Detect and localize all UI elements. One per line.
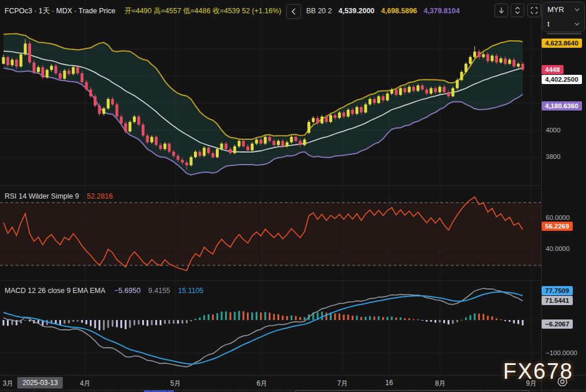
arrow-down-icon (499, 7, 504, 14)
macd-chart-canvas (0, 280, 541, 375)
symbol-title: FCPOc3 · 1天 · MDX · Trade Price (5, 7, 115, 15)
price-pane[interactable] (0, 0, 541, 186)
bb-lower-value: 4,379.8104 (424, 7, 460, 15)
move-pane-down-button[interactable] (494, 3, 508, 17)
price-chart-canvas (0, 0, 541, 185)
fullscreen-icon (531, 7, 538, 14)
price-axis-badge: 4,623.8640 (542, 39, 582, 48)
maximize-pane-button[interactable] (511, 3, 524, 17)
chart-app: FCPOc3 · 1天 · MDX · Trade Price 开=4490 高… (0, 0, 586, 392)
bb-legend: BB 20 2 4,539.2000 4,698.5896 4,379.8104 (306, 6, 460, 15)
chevron-down-icon (574, 22, 580, 26)
unit-value: t (547, 20, 550, 28)
rsi-value: 52.2816 (87, 192, 113, 200)
axis-tick-label: −100.0000 (546, 349, 577, 356)
time-axis-label: 6月 (257, 379, 268, 389)
time-axis-label: 16 (385, 379, 393, 387)
crosshair-date-badge: 2025-03-13 (17, 377, 63, 389)
macd-axis-badge: 71.5441 (542, 296, 573, 305)
bb-upper-value: 4,698.5896 (381, 7, 417, 15)
rsi-legend: RSI 14 Wilder Simple 9 52.2816 (5, 192, 113, 200)
ohlc-values: 开=4490 高=4557 低=4486 收=4539 52 (+1.16%) (124, 7, 281, 15)
rsi-title: RSI 14 Wilder Simple 9 (5, 192, 79, 200)
macd-axis-badge: 77.7509 (542, 286, 573, 295)
price-axis[interactable] (541, 0, 586, 390)
axis-tick-label: 4000 (546, 127, 561, 134)
bb-basis-value: 4,539.2000 (338, 7, 375, 15)
axis-tick-label: 40.0000 (546, 245, 570, 252)
macd-line-value: 9.4155 (149, 287, 170, 295)
expand-vertical-icon (515, 6, 520, 14)
fullscreen-button[interactable] (527, 3, 541, 17)
currency-panel: MYR t (542, 2, 585, 32)
macd-hist-value: −5.6950 (115, 287, 141, 295)
bottom-scrollbar[interactable] (0, 390, 586, 392)
currency-select[interactable]: MYR (543, 2, 584, 17)
fx678-logo-icon (557, 376, 568, 387)
time-axis-label: 7月 (337, 379, 348, 389)
bb-title: BB 20 2 (306, 7, 332, 15)
chevron-left-icon (291, 8, 296, 15)
time-axis[interactable]: 2025-03-13 3月4月5月6月7月168月9月 (0, 375, 586, 390)
price-axis-badge: 4,402.2500 (542, 75, 582, 84)
macd-signal-value: 15.1105 (178, 287, 203, 295)
panel-scrollbar[interactable] (547, 33, 581, 35)
currency-value: MYR (547, 5, 564, 14)
unit-select[interactable]: t (543, 17, 584, 31)
macd-legend: MACD 12 26 close 9 EMA EMA −5.6950 9.415… (5, 286, 204, 295)
time-axis-label: 3月 (3, 379, 14, 389)
macd-pane[interactable] (0, 280, 541, 376)
axis-tick-label: 3800 (546, 153, 561, 160)
time-axis-label: 4月 (80, 379, 91, 389)
time-axis-label: 5月 (170, 379, 181, 389)
main-legend: FCPOc3 · 1天 · MDX · Trade Price 开=4490 高… (5, 6, 281, 16)
macd-title: MACD 12 26 close 9 EMA EMA (5, 287, 105, 295)
rsi-axis-badge: 56.2269 (542, 222, 573, 231)
price-axis-badge: 4448 (542, 65, 564, 74)
collapse-legend-button[interactable] (286, 4, 301, 19)
time-axis-label: 8月 (435, 379, 446, 389)
price-axis-badge: 4,180.6360 (542, 101, 582, 111)
axis-tick-label: 60.0000 (546, 214, 570, 221)
chevron-down-icon (574, 8, 580, 12)
macd-axis-badge: −6.2067 (542, 319, 573, 329)
